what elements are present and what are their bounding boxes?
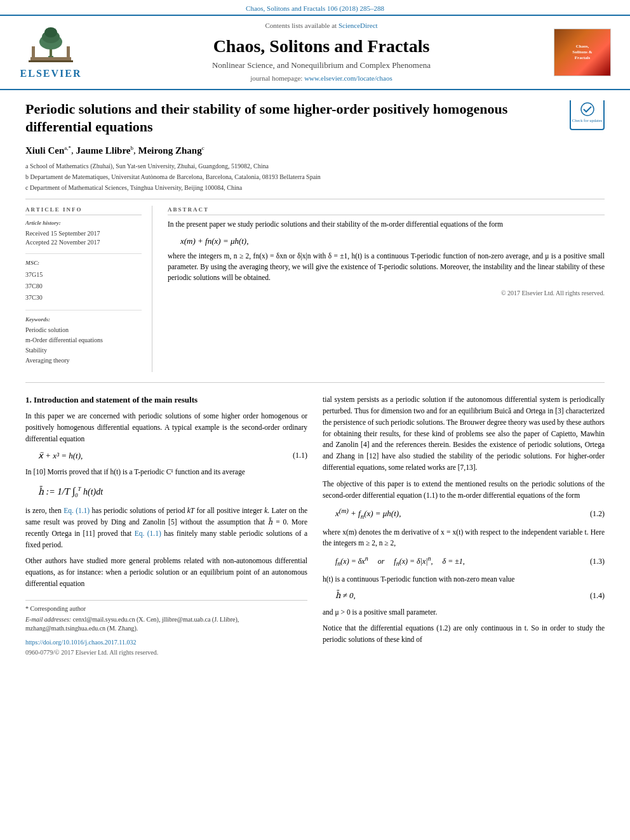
svg-rect-8 [29,60,73,62]
section1-para4: Other authors have studied more general … [25,556,307,589]
abstract-label: ABSTRACT [168,206,605,216]
abstract-text-2: where the integers m, n ≥ 2, fn(x) = δxn… [168,251,605,284]
journal-bar-text: Chaos, Solitons and Fractals 106 (2018) … [246,4,384,12]
check-label: Check for updates [572,117,602,123]
keywords-section: Keywords: Periodic solution m-Order diff… [25,316,142,366]
journal-cover-image: Chaos, Solitons & Fractals [554,29,611,76]
article-info-label: ARTICLE INFO [25,206,142,216]
journal-cover: Chaos, Solitons & Fractals [554,29,617,76]
title-area: Check for updates Periodic solutions and… [25,100,605,144]
corresponding-author-note: * Corresponding author [25,604,307,613]
abstract-formula-1: x(m) + fn(x) = μh(t), [180,236,605,247]
author-a-sup: a,* [64,145,71,151]
section1-para1: In this paper we are concerned with peri… [25,411,307,444]
keyword-3: Stability [25,345,142,356]
footnote-section: * Corresponding author E-mail addresses:… [25,600,307,633]
msc-code-3: 37C30 [25,292,142,303]
keywords-list: Periodic solution m-Order differential e… [25,325,142,366]
equation-1-3-number: (1.3) [573,556,605,567]
msc-label: MSC: [25,259,142,267]
article-info-column: ARTICLE INFO Article history: Received 1… [25,206,152,372]
affiliation-c: c Department of Mathematical Sciences, T… [25,183,605,192]
section1r-para1: tial system persists as a periodic solut… [323,394,605,474]
equation-1-3-line: fn(x) = δxn or fn(x) = δ|x|n, δ = ±1, (1… [323,554,605,568]
divider-1 [25,199,605,199]
keyword-1: Periodic solution [25,325,142,335]
journal-title: Chaos, Solitons and Fractals [89,34,554,58]
section1-para2: In [10] Morris proved that if h(t) is a … [25,467,307,478]
doi-section: https://doi.org/10.1016/j.chaos.2017.11.… [25,638,307,657]
equation-1-1-number: (1.1) [276,450,307,461]
svg-rect-7 [30,57,71,60]
history-label: Article history: [25,219,142,227]
body-left-column: 1. Introduction and statement of the mai… [25,394,307,657]
keyword-2: m-Order differential equations [25,335,142,345]
body-content: 1. Introduction and statement of the mai… [25,394,605,657]
equation-1-2: x(m) + fn(x) = μh(t), [323,506,573,521]
homepage-link[interactable]: www.elsevier.com/locate/chaos [304,74,392,82]
affiliation-b: b Departament de Matematiques, Universit… [25,172,605,182]
paper-title: Periodic solutions and their stability o… [25,100,605,137]
info-divider-1 [25,253,142,254]
journal-header: ELSEVIER Contents lists available at Sci… [0,15,630,90]
email-label: E-mail addresses: [25,616,71,623]
author-c: Meirong Zhang [138,145,202,156]
author-c-sup: c [202,145,204,151]
received-date: Received 15 September 2017 [25,229,142,238]
elsevier-logo: ELSEVIER [13,24,89,81]
section1r-para5: and μ > 0 is a positive small parameter. [323,607,605,618]
email-note: E-mail addresses: cenxl@mail.sysu.edu.cn… [25,615,307,633]
affiliation-a: a School of Mathematics (Zhuhai), Sun Ya… [25,161,605,171]
main-content: Check for updates Periodic solutions and… [0,90,630,667]
equation-1-2-line: x(m) + fn(x) = μh(t), (1.2) [323,506,605,521]
accepted-date: Accepted 22 November 2017 [25,238,142,247]
section1r-para2: The objective of this paper is to extend… [323,479,605,502]
author-b: Jaume Llibre [76,145,131,156]
elsevier-wordmark: ELSEVIER [20,67,82,81]
authors-line: Xiuli Cena,*, Jaume Llibreb, Meirong Zha… [25,144,605,157]
article-history: Article history: Received 15 September 2… [25,219,142,247]
abstract-column: ABSTRACT In the present paper we study p… [168,206,605,372]
body-right-column: tial system persists as a periodic solut… [323,394,605,657]
keyword-4: Averaging theory [25,356,142,366]
cover-text: Chaos, Solitons & Fractals [572,44,592,61]
check-icon [579,102,596,116]
section1-heading: 1. Introduction and statement of the mai… [25,394,307,406]
section1-para3: is zero, then Eq. (1.1) has periodic sol… [25,505,307,550]
equation-1-4: h̄ ≠ 0, [323,590,573,601]
msc-code-2: 37C80 [25,281,142,292]
journal-title-block: Contents lists available at ScienceDirec… [89,21,554,83]
check-badge-box: Check for updates [570,100,605,130]
msc-section: MSC: 37G15 37C80 37C30 [25,259,142,303]
equation-1-4-number: (1.4) [573,590,605,601]
section1r-para4: h(t) is a continuous T-periodic function… [323,574,605,585]
section1r-para6: Notice that the differential equations (… [323,623,605,646]
svg-point-9 [581,103,594,116]
article-info-abstract: ARTICLE INFO Article history: Received 1… [25,206,605,372]
msc-codes: 37G15 37C80 37C30 [25,269,142,303]
abstract-text-1: In the present paper we study periodic s… [168,219,605,230]
msc-code-1: 37G15 [25,269,142,281]
keywords-label: Keywords: [25,316,142,324]
affiliations: a School of Mathematics (Zhuhai), Sun Ya… [25,161,605,192]
check-for-updates-badge: Check for updates [570,100,605,130]
section1r-para3: where x(m) denotes the m derivative of x… [323,527,605,550]
journal-bar: Chaos, Solitons and Fractals 106 (2018) … [0,0,630,15]
doi-url[interactable]: https://doi.org/10.1016/j.chaos.2017.11.… [25,638,307,647]
science-direct-link[interactable]: ScienceDirect [338,22,378,29]
issn-copyright: 0960-0779/© 2017 Elsevier Ltd. All right… [25,648,307,657]
author-a: Xiuli Cen [25,145,64,156]
equation-1-1: ẍ + x³ = h(t), [25,450,276,462]
equation-1-4-line: h̄ ≠ 0, (1.4) [323,590,605,601]
big-formula: h̄ := 1/T ∫0T h(t)dt [38,484,307,499]
info-divider-2 [25,310,142,310]
journal-homepage: journal homepage: www.elsevier.com/locat… [89,74,554,83]
divider-2 [25,382,605,383]
content-available-text: Contents lists available at ScienceDirec… [89,21,554,30]
abstract-copyright: © 2017 Elsevier Ltd. All rights reserved… [168,289,605,298]
author-b-sup: b [131,145,134,151]
equation-1-2-number: (1.2) [573,509,605,519]
equation-1-1-line: ẍ + x³ = h(t), (1.1) [25,450,307,462]
equation-1-3: fn(x) = δxn or fn(x) = δ|x|n, δ = ±1, [323,554,573,568]
elsevier-tree-icon [25,24,76,65]
